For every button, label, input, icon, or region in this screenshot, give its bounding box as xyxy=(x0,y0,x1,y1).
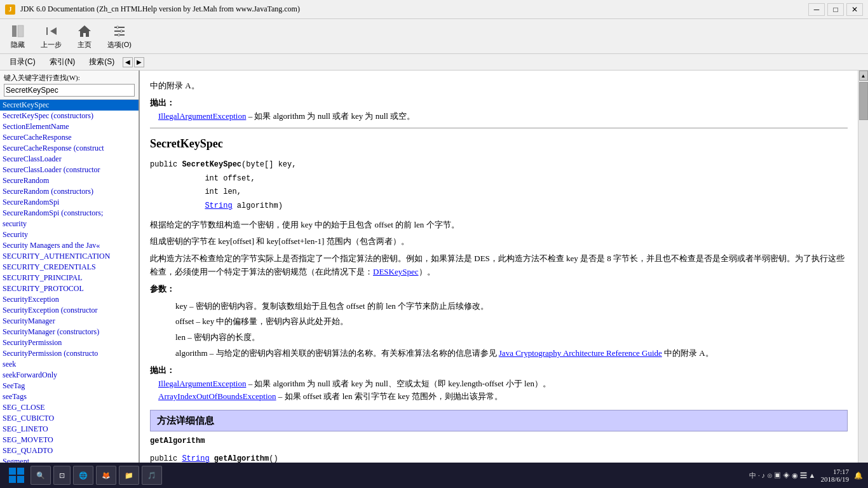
string-link-1[interactable]: String xyxy=(205,201,232,210)
sidebar-item[interactable]: SEG_QUADTO xyxy=(0,445,139,456)
svg-marker-4 xyxy=(78,25,91,37)
sidebar-item[interactable]: SEG_LINETO xyxy=(0,424,139,435)
tab-search[interactable]: 搜索(S) xyxy=(82,55,121,69)
param-algorithm: algorithm – 与给定的密钥内容相关联的密钥算法的名称。有关标准算法名称… xyxy=(175,347,848,360)
svg-rect-13 xyxy=(9,476,16,483)
sidebar-item[interactable]: SecretKeySpec xyxy=(0,100,139,111)
get-algorithm-heading: getAlgorithm xyxy=(150,435,848,447)
sidebar-item[interactable]: SECURITY_PROTOCOL xyxy=(0,283,139,294)
scroll-up-btn[interactable]: ▲ xyxy=(859,71,868,81)
svg-rect-10 xyxy=(118,34,119,36)
windows-logo-icon xyxy=(8,466,25,484)
taskbar-edge-icon: 🌐 xyxy=(79,471,88,480)
search-input[interactable] xyxy=(4,84,135,97)
sidebar-item[interactable]: SecurityException xyxy=(0,294,139,305)
taskbar-media-icon: 🎵 xyxy=(147,471,156,480)
sidebar-item[interactable]: SECURITY_AUTHENTICATION xyxy=(0,251,139,262)
taskbar-firefox-btn[interactable]: 🦊 xyxy=(96,466,116,485)
window-controls: ─ □ ✕ xyxy=(808,3,863,16)
start-button[interactable] xyxy=(5,466,28,485)
sidebar-item[interactable]: SECURITY_CREDENTIALS xyxy=(0,262,139,273)
taskbar-search-btn[interactable]: 🔍 xyxy=(31,466,51,485)
sidebar-item[interactable]: SecureRandomSpi xyxy=(0,197,139,208)
taskbar-task-icon: ⊡ xyxy=(59,471,65,480)
options-button[interactable]: 选项(O) xyxy=(102,21,137,52)
deskey-link[interactable]: DESKeySpec xyxy=(373,267,419,276)
sidebar-item[interactable]: SeeTag xyxy=(0,381,139,391)
search-area: 键入关键字进行查找(W): xyxy=(0,71,139,100)
params-label: 参数： xyxy=(150,283,848,296)
sidebar-item[interactable]: SecurityPermission (constructo xyxy=(0,348,139,359)
param-offset: offset – key 中的偏移量，密钥内容从此处开始。 xyxy=(175,315,848,329)
svg-rect-14 xyxy=(17,476,24,483)
sidebar-item[interactable]: Security xyxy=(0,229,139,240)
sidebar-item[interactable]: SecurityManager xyxy=(0,316,139,327)
sidebar-item[interactable]: SecureRandom (constructors) xyxy=(0,186,139,197)
illegal-arg-link-2[interactable]: IllegalArgumentException xyxy=(158,379,246,388)
section-title: SecretKeySpec xyxy=(150,135,848,153)
sidebar-item[interactable]: SecureRandomSpi (constructors; xyxy=(0,208,139,219)
sidebar-item[interactable]: seeTags xyxy=(0,391,139,402)
sidebar-item[interactable]: SECURITY_PRINCIPAL xyxy=(0,273,139,283)
scroll-thumb[interactable] xyxy=(859,82,868,120)
array-oob-link[interactable]: ArrayIndexOutOfBoundsException xyxy=(158,391,276,401)
clock-time: 17:17 xyxy=(820,468,849,475)
content-scrollbar[interactable]: ▲ ▼ xyxy=(858,71,868,488)
svg-rect-11 xyxy=(9,468,16,475)
param-key: key – 密钥的密钥内容。复制该数组始于且包含 offset 的前 len 个… xyxy=(175,300,848,313)
illegal-arg-link-1[interactable]: IllegalArgumentException xyxy=(158,111,246,121)
tab-toc[interactable]: 目录(C) xyxy=(3,55,43,69)
taskbar-folder-icon: 📁 xyxy=(125,471,133,480)
taskbar-task-btn[interactable]: ⊡ xyxy=(53,466,71,485)
hide-button[interactable]: 隐藏 xyxy=(5,21,31,52)
hide-icon xyxy=(10,24,25,39)
illegal-arg-desc-1: – 如果 algorithm 为 null 或者 key 为 null 或空。 xyxy=(248,111,416,121)
sidebar-item[interactable]: SEG_CUBICTO xyxy=(0,413,139,424)
maximize-button[interactable]: □ xyxy=(827,3,844,16)
svg-rect-9 xyxy=(121,30,122,32)
sidebar-item[interactable]: SecureClassLoader xyxy=(0,154,139,165)
jca-link[interactable]: Java Cryptography Architecture Reference… xyxy=(499,348,662,358)
illegal-arg-desc-2: – 如果 algorithm 为 null 或者 key 为 null、空或太短… xyxy=(248,379,551,388)
sidebar-item[interactable]: SecureCacheResponse (construct xyxy=(0,143,139,154)
taskbar-firefox-icon: 🦊 xyxy=(102,471,111,480)
tab-prev-arrow[interactable]: ◀ xyxy=(123,57,133,67)
desc3: 此构造方法不检查给定的字节实际上是否指定了一个指定算法的密钥。例如，如果算法是 … xyxy=(150,252,848,279)
home-button[interactable]: 主页 xyxy=(72,21,97,52)
sidebar-item[interactable]: SecurityPermission xyxy=(0,337,139,348)
sidebar-item[interactable]: SecureCacheResponse xyxy=(0,132,139,143)
svg-marker-2 xyxy=(50,27,57,35)
sidebar-item[interactable]: SecretKeySpec (constructors) xyxy=(0,111,139,121)
sidebar-item[interactable]: SEG_CLOSE xyxy=(0,402,139,413)
close-button[interactable]: ✕ xyxy=(846,3,863,16)
sidebar-item[interactable]: Security Managers and the Jav« xyxy=(0,240,139,251)
sidebar-item[interactable]: security xyxy=(0,219,139,229)
throw-block-1: 抛出： IllegalArgumentException – 如果 algori… xyxy=(150,97,848,123)
sidebar-item[interactable]: SecurityException (constructor xyxy=(0,305,139,316)
sidebar-item[interactable]: seekForwardOnly xyxy=(0,370,139,381)
clock-date: 2018/6/19 xyxy=(820,475,849,483)
sidebar-item[interactable]: SecureClassLoader (constructor xyxy=(0,165,139,175)
sidebar-item[interactable]: SectionElementName xyxy=(0,121,139,132)
tab-next-arrow[interactable]: ▶ xyxy=(134,57,144,67)
clock: 17:17 2018/6/19 xyxy=(820,468,849,483)
sidebar-item[interactable]: SecureRandom xyxy=(0,175,139,186)
tab-index[interactable]: 索引(N) xyxy=(43,55,83,69)
sidebar-item[interactable]: seek xyxy=(0,359,139,370)
sidebar-item[interactable]: SEG_MOVETO xyxy=(0,435,139,445)
constructor-sig: public SecretKeySpec(byte[] key, int off… xyxy=(150,158,848,213)
taskbar-explorer-btn[interactable]: 📁 xyxy=(119,466,139,485)
taskbar-edge-btn[interactable]: 🌐 xyxy=(73,466,93,485)
throw-block-2: 抛出： IllegalArgumentException – 如果 algori… xyxy=(150,364,848,403)
taskbar-media-btn[interactable]: 🎵 xyxy=(142,466,162,485)
home-label: 主页 xyxy=(78,40,92,50)
notification-icon[interactable]: 🔔 xyxy=(854,471,863,480)
taskbar-search-icon: 🔍 xyxy=(36,471,45,480)
svg-rect-0 xyxy=(12,25,17,37)
svg-rect-12 xyxy=(17,468,24,475)
back-button[interactable]: 上一步 xyxy=(36,21,67,52)
taskbar-left: 🔍 ⊡ 🌐 🦊 📁 🎵 xyxy=(5,466,162,485)
sidebar-list[interactable]: SecretKeySpecSecretKeySpec (constructors… xyxy=(0,100,139,468)
minimize-button[interactable]: ─ xyxy=(808,3,825,16)
sidebar-item[interactable]: SecurityManager (constructors) xyxy=(0,327,139,337)
